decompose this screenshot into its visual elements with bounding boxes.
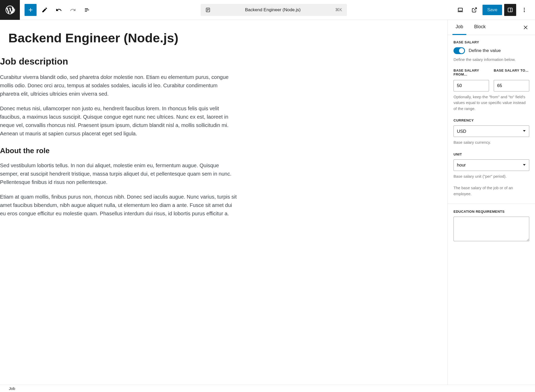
settings-sidebar: Job Block BASE SALARY Define the value D… xyxy=(447,20,535,385)
wordpress-logo[interactable] xyxy=(0,0,20,20)
undo-icon xyxy=(56,7,62,13)
help-text: Define the salary information below. xyxy=(453,57,529,63)
paragraph-block[interactable]: Sed vestibulum lobortis tellus. In non d… xyxy=(0,161,237,186)
svg-rect-4 xyxy=(458,8,462,11)
svg-line-6 xyxy=(474,8,476,10)
save-button[interactable]: Save xyxy=(482,5,502,15)
svg-point-11 xyxy=(524,11,525,12)
salary-to-input[interactable] xyxy=(494,80,529,91)
sidebar-tabs: Job Block xyxy=(448,20,535,35)
redo-button[interactable] xyxy=(67,4,79,16)
unit-select[interactable]: hour xyxy=(453,159,529,171)
heading-about-role[interactable]: About the role xyxy=(0,147,237,155)
laptop-icon xyxy=(457,7,463,13)
currency-select[interactable]: USD xyxy=(453,125,529,137)
settings-sidebar-toggle[interactable] xyxy=(504,4,516,16)
wordpress-icon xyxy=(5,5,15,15)
view-button[interactable] xyxy=(454,4,466,16)
close-sidebar-button[interactable] xyxy=(521,23,530,32)
help-text: Optionally, keep the "from" and "to" fie… xyxy=(453,94,529,112)
command-shortcut: ⌘K xyxy=(335,7,342,12)
list-icon xyxy=(84,7,90,13)
education-label: EDUCATION REQUIREMENTS xyxy=(453,210,529,214)
document-outline-button[interactable] xyxy=(81,4,93,16)
help-text: Base salary unit ("per" period). xyxy=(453,174,529,180)
breadcrumb[interactable]: Job xyxy=(9,386,15,391)
add-block-button[interactable] xyxy=(25,4,37,16)
document-bar[interactable]: Backend Engineer (Node.js) ⌘K xyxy=(201,4,347,16)
paragraph-block[interactable]: Donec metus nisi, ullamcorper non justo … xyxy=(0,104,237,138)
heading-job-description[interactable]: Job description xyxy=(0,56,237,67)
paragraph-block[interactable]: Etiam at quam mollis, finibus purus non,… xyxy=(0,193,237,218)
help-text: Base salary currency. xyxy=(453,140,529,146)
top-toolbar: Backend Engineer (Node.js) ⌘K Save xyxy=(0,0,535,20)
editor-canvas[interactable]: Backend Engineer (Node.js) Job descripti… xyxy=(0,20,447,385)
currency-label: CURRENCY xyxy=(453,118,529,122)
base-salary-label: BASE SALARY xyxy=(453,40,529,44)
help-text: The base salary of the job or of an empl… xyxy=(453,185,529,197)
redo-icon xyxy=(70,7,76,13)
salary-to-label: BASE SALARY TO... xyxy=(494,68,529,78)
paragraph-block[interactable]: Curabitur viverra blandit odio, sed phar… xyxy=(0,73,237,98)
svg-point-9 xyxy=(524,8,525,9)
more-vertical-icon xyxy=(521,7,527,13)
toggle-label: Define the value xyxy=(469,48,501,53)
unit-label: UNIT xyxy=(453,152,529,156)
undo-button[interactable] xyxy=(53,4,65,16)
svg-point-10 xyxy=(524,9,525,10)
plus-icon xyxy=(27,7,34,13)
external-link-button[interactable] xyxy=(468,4,480,16)
document-icon xyxy=(205,7,211,13)
external-link-icon xyxy=(472,7,477,13)
edit-button[interactable] xyxy=(39,4,51,16)
divider xyxy=(448,204,535,204)
tab-job[interactable]: Job xyxy=(452,20,466,35)
tab-block[interactable]: Block xyxy=(471,20,489,35)
salary-from-label: BASE SALARY FROM... xyxy=(453,68,489,78)
svg-rect-7 xyxy=(508,8,513,12)
document-title: Backend Engineer (Node.js) xyxy=(214,7,332,13)
sidebar-icon xyxy=(507,7,513,13)
more-menu-button[interactable] xyxy=(518,4,530,16)
pencil-icon xyxy=(42,7,48,13)
statusbar: Job xyxy=(0,385,535,392)
define-value-toggle[interactable] xyxy=(453,47,465,54)
post-title[interactable]: Backend Engineer (Node.js) xyxy=(8,30,237,46)
education-textarea[interactable] xyxy=(453,217,529,241)
salary-from-input[interactable] xyxy=(453,80,489,91)
close-icon xyxy=(523,25,528,30)
